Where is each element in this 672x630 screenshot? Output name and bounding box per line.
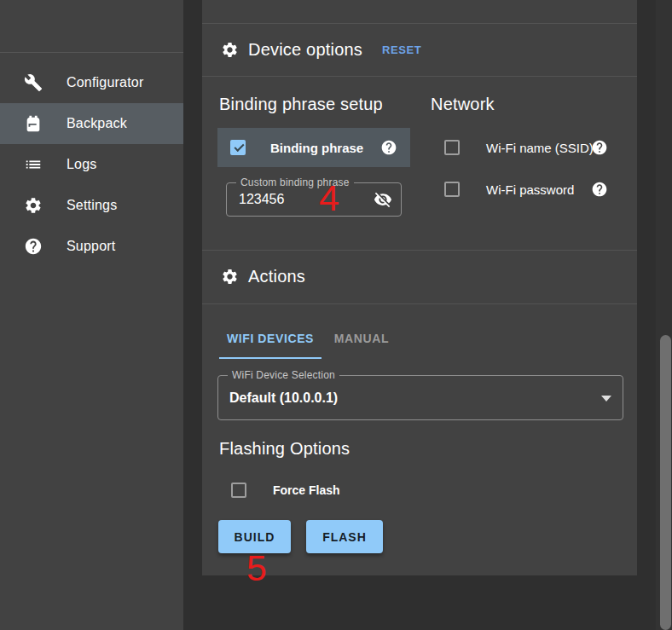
- actions-title: Actions: [248, 267, 305, 286]
- force-flash-label: Force Flash: [273, 483, 340, 497]
- sidebar-item-label: Backpack: [67, 116, 127, 131]
- wifi-ssid-checkbox[interactable]: [444, 140, 460, 155]
- sidebar-item-backpack[interactable]: Backpack: [0, 103, 183, 144]
- reset-button[interactable]: RESET: [377, 40, 426, 60]
- divider: [202, 303, 637, 304]
- wifi-ssid-row[interactable]: Wi-Fi name (SSID): [444, 132, 622, 163]
- sidebar-item-label: Configurator: [67, 75, 143, 90]
- wifi-device-select[interactable]: WiFi Device Selection Default (10.0.0.1): [217, 375, 623, 420]
- gear-icon: [221, 268, 239, 286]
- flashing-options-heading: Flashing Options: [219, 439, 350, 459]
- divider: [202, 76, 637, 77]
- force-flash-checkbox[interactable]: [231, 483, 246, 498]
- help-icon: [24, 237, 43, 256]
- wifi-password-row[interactable]: Wi-Fi password: [444, 174, 622, 205]
- gear-icon: [24, 196, 43, 215]
- sidebar-header-space: [0, 0, 183, 53]
- sidebar-item-label: Logs: [67, 157, 97, 172]
- binding-phrase-row[interactable]: Binding phrase: [217, 128, 410, 167]
- device-options-header: Device options RESET: [202, 24, 637, 76]
- sidebar: Configurator Backpack Logs Settings Supp…: [0, 0, 183, 630]
- binding-phrase-checkbox[interactable]: [230, 140, 246, 155]
- help-icon[interactable]: [591, 139, 608, 156]
- sidebar-item-settings[interactable]: Settings: [0, 185, 183, 226]
- sidebar-item-label: Support: [67, 239, 115, 254]
- force-flash-row[interactable]: Force Flash: [231, 479, 340, 501]
- wrench-icon: [24, 73, 43, 92]
- actions-tabs: WIFI DEVICES MANUAL: [219, 318, 402, 359]
- flash-button[interactable]: FLASH: [306, 520, 383, 553]
- help-icon[interactable]: [380, 139, 397, 156]
- device-options-title: Device options: [248, 40, 362, 60]
- tab-wifi-devices[interactable]: WIFI DEVICES: [219, 318, 322, 359]
- sidebar-item-configurator[interactable]: Configurator: [0, 62, 183, 103]
- list-icon: [24, 155, 43, 174]
- wifi-device-select-label: WiFi Device Selection: [228, 369, 339, 381]
- custom-binding-phrase-field: Custom binding phrase: [226, 182, 402, 217]
- sidebar-item-support[interactable]: Support: [0, 226, 183, 267]
- actions-header: Actions: [202, 251, 637, 303]
- sidebar-item-logs[interactable]: Logs: [0, 144, 183, 185]
- gear-icon: [221, 41, 239, 59]
- wifi-password-label: Wi-Fi password: [486, 182, 574, 197]
- scrollbar-thumb[interactable]: [660, 335, 671, 630]
- binding-phrase-label: Binding phrase: [270, 141, 363, 155]
- main-panel: Device options RESET Binding phrase setu…: [202, 0, 637, 575]
- app-window: Configurator Backpack Logs Settings Supp…: [0, 0, 672, 630]
- visibility-off-icon[interactable]: [374, 190, 392, 209]
- wifi-ssid-label: Wi-Fi name (SSID): [486, 141, 594, 155]
- annotation-marker-5: 5: [246, 550, 267, 587]
- backpack-icon: [24, 114, 43, 133]
- help-icon[interactable]: [591, 181, 608, 198]
- sidebar-nav: Configurator Backpack Logs Settings Supp…: [0, 53, 183, 267]
- binding-phrase-heading: Binding phrase setup: [219, 95, 383, 114]
- network-heading: Network: [431, 95, 495, 114]
- wifi-device-select-value: Default (10.0.0.1): [218, 376, 623, 419]
- wifi-password-checkbox[interactable]: [444, 182, 460, 197]
- tab-manual[interactable]: MANUAL: [322, 318, 402, 359]
- sidebar-item-label: Settings: [67, 198, 117, 213]
- chevron-down-icon: [601, 396, 611, 402]
- annotation-marker-4: 4: [319, 180, 339, 217]
